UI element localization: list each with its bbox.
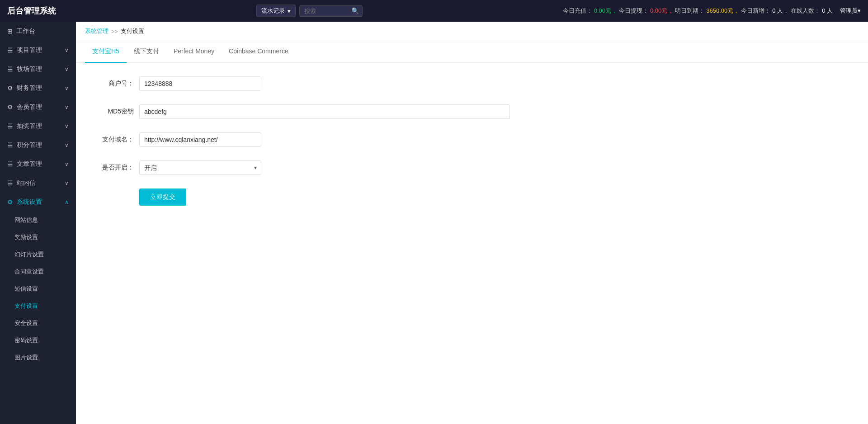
recharge-value: 0.00元， [594, 7, 617, 15]
sidebar-item-finance[interactable]: ⚙ 财务管理 ∨ [0, 79, 76, 98]
sidebar-item-article[interactable]: ☰ 文章管理 ∨ [0, 155, 76, 174]
submit-button[interactable]: 立即提交 [139, 188, 186, 206]
form-row-enable: 是否开启： 开启 关闭 ▾ [85, 160, 859, 175]
search-icon[interactable]: 🔍 [351, 7, 359, 14]
merchant-id-label: 商户号： [85, 80, 139, 88]
points-icon: ☰ [7, 141, 13, 149]
chevron-right-icon-3: ∨ [65, 85, 69, 91]
dropdown-label: 流水记录 [261, 7, 285, 15]
breadcrumb-system[interactable]: 系统管理 [85, 27, 108, 35]
tab-coinbase[interactable]: Coinbase Commerce [222, 41, 296, 63]
sidebar-item-message[interactable]: ☰ 站内信 ∨ [0, 174, 76, 193]
breadcrumb: 系统管理 >> 支付设置 [76, 22, 868, 41]
sidebar-item-farm[interactable]: ☰ 牧场管理 ∨ [0, 60, 76, 79]
tab-alipay[interactable]: 支付宝H5 [85, 41, 127, 63]
recharge-label: 今日充值： [563, 7, 592, 15]
online-label: 在线人数： [791, 7, 820, 15]
chevron-right-icon-6: ∨ [65, 142, 69, 148]
chevron-right-icon-7: ∨ [65, 161, 69, 167]
chevron-right-icon-4: ∨ [65, 104, 69, 110]
member-icon: ⚙ [7, 104, 13, 111]
message-icon: ☰ [7, 179, 13, 187]
domain-label: 支付域名： [85, 136, 139, 144]
tab-perfect-money[interactable]: Perfect Money [166, 41, 222, 63]
new-users-label: 今日新增： [741, 7, 770, 15]
withdraw-value: 0.00元， [650, 7, 673, 15]
withdraw-label: 今日提现： [619, 7, 648, 15]
sidebar-sub-reward[interactable]: 奖励设置 [0, 229, 76, 246]
tomorrow-value: 3650.00元， [706, 7, 739, 15]
sidebar-finance-label: 财务管理 [17, 84, 42, 92]
md5-input[interactable] [139, 104, 510, 119]
header: 后台管理系统 流水记录 ▾ 🔍 今日充值： 0.00元， 今日提现： 0.00元… [0, 0, 868, 22]
breadcrumb-separator: >> [111, 28, 118, 35]
tabs: 支付宝H5 线下支付 Perfect Money Coinbase Commer… [76, 41, 868, 63]
sidebar-item-member[interactable]: ⚙ 会员管理 ∨ [0, 98, 76, 117]
sidebar-sub-security[interactable]: 安全设置 [0, 315, 76, 332]
sidebar-message-label: 站内信 [17, 179, 36, 187]
main-content: 系统管理 >> 支付设置 支付宝H5 线下支付 Perfect Money Co… [76, 22, 868, 424]
sidebar-member-label: 会员管理 [17, 103, 42, 111]
layout: ⊞ 工作台 ☰ 项目管理 ∨ ☰ 牧场管理 ∨ ⚙ 财务管理 ∨ [0, 22, 868, 424]
sidebar-lottery-label: 抽奖管理 [17, 122, 42, 130]
sidebar-item-lottery[interactable]: ☰ 抽奖管理 ∨ [0, 117, 76, 136]
chevron-right-icon-5: ∨ [65, 123, 69, 129]
md5-label: MD5密钥 [85, 108, 139, 116]
form-row-domain: 支付域名： [85, 132, 859, 147]
sidebar-sub-image[interactable]: 图片设置 [0, 349, 76, 366]
header-stats: 今日充值： 0.00元， 今日提现： 0.00元， 明日到期： 3650.00元… [563, 7, 861, 15]
project-icon: ☰ [7, 47, 13, 54]
sidebar-project-label: 项目管理 [17, 46, 42, 54]
sidebar-item-points[interactable]: ☰ 积分管理 ∨ [0, 136, 76, 155]
sidebar-workbench-label: 工作台 [16, 27, 35, 35]
new-users-value: 0 人， [772, 7, 789, 15]
enable-select[interactable]: 开启 关闭 [139, 160, 261, 175]
lottery-icon: ☰ [7, 122, 13, 130]
chevron-down-icon: ▾ [288, 8, 291, 14]
sidebar-farm-label: 牧场管理 [17, 65, 42, 73]
logo: 后台管理系统 [7, 5, 56, 16]
sidebar: ⊞ 工作台 ☰ 项目管理 ∨ ☰ 牧场管理 ∨ ⚙ 财务管理 ∨ [0, 22, 76, 424]
enable-select-wrapper: 开启 关闭 ▾ [139, 160, 261, 175]
search-wrapper: 🔍 [299, 5, 363, 17]
sidebar-points-label: 积分管理 [17, 141, 42, 149]
sidebar-sub-slideshow[interactable]: 幻灯片设置 [0, 246, 76, 263]
finance-icon: ⚙ [7, 85, 13, 92]
sidebar-system-label: 系统设置 [17, 198, 42, 206]
form-row-merchant: 商户号： [85, 76, 859, 91]
merchant-id-input[interactable] [139, 76, 261, 91]
article-icon: ☰ [7, 160, 13, 168]
chevron-right-icon-2: ∨ [65, 66, 69, 72]
sidebar-sub-contract[interactable]: 合同章设置 [0, 263, 76, 280]
content-area: 支付宝H5 线下支付 Perfect Money Coinbase Commer… [76, 41, 868, 424]
workbench-icon: ⊞ [7, 28, 13, 35]
tomorrow-label: 明日到期： [675, 7, 704, 15]
sidebar-sub-sms[interactable]: 短信设置 [0, 280, 76, 297]
admin-menu[interactable]: 管理员▾ [840, 7, 861, 15]
header-center: 流水记录 ▾ 🔍 [256, 5, 363, 17]
dropdown-button[interactable]: 流水记录 ▾ [256, 5, 296, 17]
online-value: 0 人 [822, 7, 833, 15]
chevron-up-icon: ∧ [65, 199, 69, 205]
sidebar-sub-website[interactable]: 网站信息 [0, 212, 76, 229]
domain-input[interactable] [139, 132, 261, 147]
chevron-right-icon-8: ∨ [65, 180, 69, 186]
chevron-right-icon: ∨ [65, 47, 69, 53]
sidebar-sub-password[interactable]: 密码设置 [0, 332, 76, 349]
sidebar-item-project[interactable]: ☰ 项目管理 ∨ [0, 41, 76, 60]
breadcrumb-current: 支付设置 [121, 27, 144, 35]
system-icon: ⚙ [7, 198, 13, 206]
farm-icon: ☰ [7, 66, 13, 73]
form-row-submit: 立即提交 [85, 188, 859, 206]
enable-label: 是否开启： [85, 164, 139, 172]
tab-offline[interactable]: 线下支付 [127, 41, 166, 63]
sidebar-item-workbench[interactable]: ⊞ 工作台 [0, 22, 76, 41]
form-area: 商户号： MD5密钥 支付域名： 是否开启： [76, 63, 868, 233]
sidebar-item-system[interactable]: ⚙ 系统设置 ∧ [0, 193, 76, 212]
form-row-md5: MD5密钥 [85, 104, 859, 119]
sidebar-article-label: 文章管理 [17, 160, 42, 168]
sidebar-sub-payment[interactable]: 支付设置 [0, 297, 76, 315]
